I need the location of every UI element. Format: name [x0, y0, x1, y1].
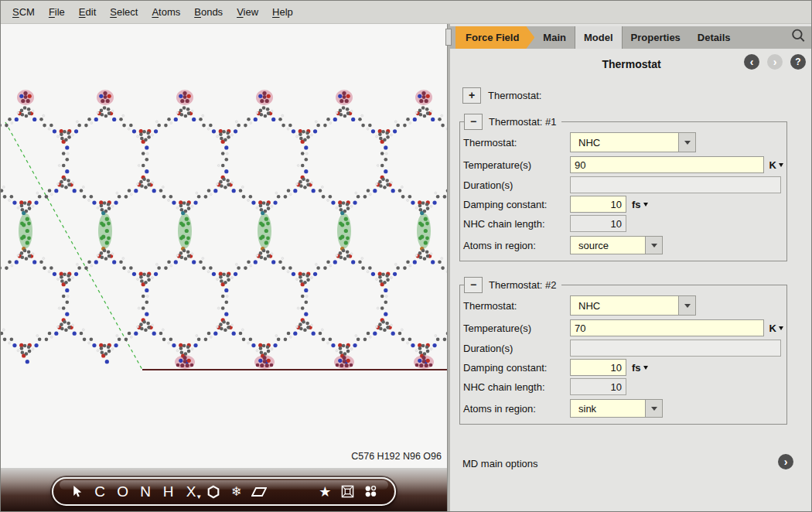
add-thermostat-button[interactable]: + — [462, 87, 481, 104]
viewer-bottom-band: CONHX▼❄★ — [1, 468, 447, 512]
search-icon[interactable] — [790, 27, 807, 44]
temperature-unit-select[interactable]: K — [769, 159, 783, 171]
region-label: Atoms in region: — [463, 240, 570, 251]
element-oxygen[interactable]: O — [113, 480, 131, 503]
duration-input[interactable] — [570, 176, 781, 193]
chevron-down-icon[interactable] — [645, 400, 662, 417]
duration-label: Duration(s) — [463, 343, 570, 354]
temperature-input[interactable] — [570, 319, 764, 336]
chevron-down-icon[interactable] — [678, 133, 695, 152]
chevron-down-icon[interactable] — [645, 237, 662, 254]
element-toolbar: CONHX▼❄★ — [52, 477, 396, 506]
group-title: Thermostat: #1 — [489, 116, 556, 128]
pointer-tool[interactable] — [68, 480, 87, 503]
menu-item-help[interactable]: Help — [265, 3, 300, 21]
ring-tool[interactable] — [204, 480, 223, 503]
temperature-row: Temperature(s) K — [463, 155, 783, 174]
menu-item-bonds[interactable]: Bonds — [187, 3, 230, 21]
chain-length-label: NHC chain length: — [463, 218, 570, 230]
formula-label: C576 H192 N96 O96 — [351, 451, 442, 462]
damping-row: Damping constant: fs — [463, 196, 783, 213]
menu-item-view[interactable]: View — [230, 3, 265, 21]
thermostat-select[interactable]: NHC — [570, 132, 696, 152]
add-thermostat-label: Thermostat: — [488, 90, 541, 101]
duration-row: Duration(s) — [463, 176, 783, 193]
menu-item-file[interactable]: File — [42, 3, 72, 21]
damping-label: Damping constant: — [463, 362, 570, 374]
thermostat-group-2: − Thermostat: #2 Thermostat: NHC Tempera… — [459, 285, 787, 425]
menu-bar: SCMFileEditSelectAtomsBondsViewHelp — [1, 1, 812, 24]
cell-tool[interactable] — [250, 480, 268, 503]
thermostat-select[interactable]: NHC — [570, 295, 696, 316]
temperature-label: Temperature(s) — [463, 159, 570, 171]
fragments-tool[interactable] — [361, 480, 380, 503]
panel-tab-bar: Force FieldMainModelPropertiesDetails — [450, 26, 812, 49]
add-thermostat-row: + Thermostat: — [462, 87, 541, 104]
temperature-input[interactable] — [570, 156, 764, 173]
thermostat-label: Thermostat: — [463, 137, 570, 148]
md-main-options-row: MD main options — [462, 456, 800, 473]
region-select[interactable]: sink — [570, 399, 663, 418]
region-select[interactable]: source — [570, 236, 663, 254]
tab-model[interactable]: Model — [575, 26, 623, 49]
tab-main[interactable]: Main — [534, 26, 575, 49]
settings-panel: Force FieldMainModelPropertiesDetails Th… — [450, 24, 812, 512]
history-forward-button[interactable]: › — [767, 54, 783, 70]
menu-item-atoms[interactable]: Atoms — [145, 3, 187, 21]
temperature-label: Temperature(s) — [463, 323, 570, 334]
region-row: Atoms in region: source — [463, 234, 783, 256]
molecule-viewport[interactable] — [1, 24, 447, 468]
crystal-tool[interactable]: ❄ — [227, 480, 246, 503]
region-label: Atoms in region: — [463, 403, 570, 415]
damping-label: Damping constant: — [463, 199, 570, 210]
thermostat-row: Thermostat: NHC — [463, 295, 783, 316]
remove-thermostat-button[interactable]: − — [464, 114, 483, 130]
md-main-options-open-button[interactable]: › — [778, 454, 793, 469]
remove-thermostat-button[interactable]: − — [464, 277, 483, 293]
chain-length-label: NHC chain length: — [463, 381, 570, 393]
group-title: Thermostat: #2 — [489, 279, 556, 291]
splitter-handle[interactable] — [445, 29, 452, 46]
damping-input[interactable] — [570, 196, 626, 213]
menu-item-select[interactable]: Select — [103, 3, 145, 21]
chain-length-input[interactable] — [570, 378, 626, 395]
duration-label: Duration(s) — [463, 179, 570, 191]
tab-details[interactable]: Details — [689, 26, 739, 49]
chain-length-input[interactable] — [570, 215, 626, 232]
tab-force-field[interactable]: Force Field — [455, 26, 534, 49]
thermostat-row: Thermostat: NHC — [463, 131, 783, 153]
menu-item-scm[interactable]: SCM — [5, 3, 42, 21]
element-nitrogen[interactable]: N — [136, 480, 155, 503]
temperature-row: Temperature(s) K — [463, 319, 783, 337]
favorites-tool[interactable]: ★ — [316, 480, 334, 503]
thermostat-group-1: − Thermostat: #1 Thermostat: NHC Tempera… — [459, 121, 787, 261]
duration-row: Duration(s) — [463, 340, 783, 357]
temperature-unit-select[interactable]: K — [769, 323, 783, 334]
md-main-options-label: MD main options — [462, 458, 538, 469]
history-back-button[interactable]: ‹ — [744, 54, 759, 70]
help-button[interactable]: ? — [790, 54, 806, 70]
menu-item-edit[interactable]: Edit — [72, 3, 103, 21]
damping-unit-select[interactable]: fs — [632, 362, 648, 374]
duration-input[interactable] — [570, 340, 781, 357]
periodic-box-tool[interactable] — [339, 480, 357, 503]
application-window: SCMFileEditSelectAtomsBondsViewHelp C576… — [0, 0, 812, 512]
element-x[interactable]: X▼ — [182, 480, 200, 503]
chain-length-row: NHC chain length: — [463, 215, 783, 232]
element-hydrogen[interactable]: H — [159, 480, 177, 503]
chevron-down-icon[interactable] — [678, 296, 695, 315]
damping-input[interactable] — [570, 359, 626, 376]
group-legend: − Thermostat: #2 — [464, 277, 561, 293]
element-carbon[interactable]: C — [90, 480, 109, 503]
damping-unit-select[interactable]: fs — [632, 199, 648, 210]
thermostat-label: Thermostat: — [463, 300, 570, 312]
group-legend: − Thermostat: #1 — [464, 114, 561, 130]
damping-row: Damping constant: fs — [463, 359, 783, 376]
chain-length-row: NHC chain length: — [463, 378, 783, 395]
tab-properties[interactable]: Properties — [623, 26, 689, 49]
region-row: Atoms in region: sink — [463, 398, 783, 419]
molecule-viewer-pane: C576 H192 N96 O96 CONHX▼❄★ — [1, 24, 447, 512]
